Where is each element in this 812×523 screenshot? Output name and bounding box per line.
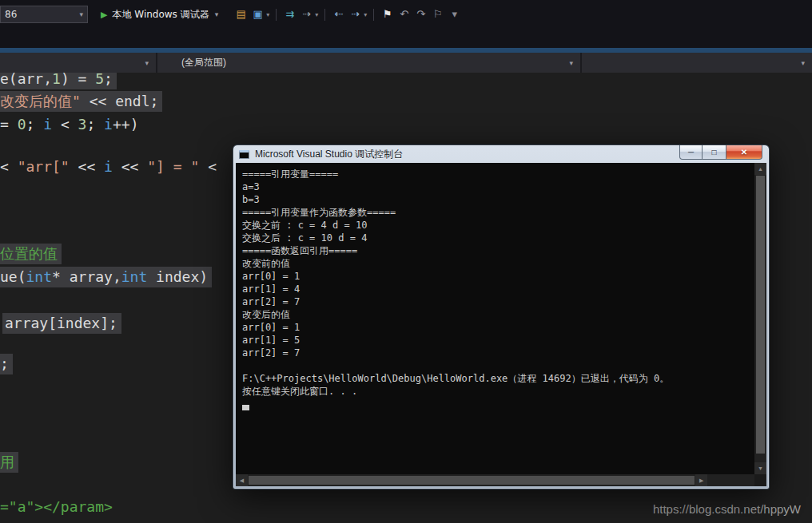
code-line: array[index];: [2, 313, 121, 334]
console-line: F:\C++Projects\HelloWorld\Debug\HelloWor…: [242, 372, 748, 385]
console-line: a=3: [242, 180, 748, 193]
bookmark-icon[interactable]: ⚑: [379, 6, 396, 22]
console-window-icon: [239, 150, 249, 159]
scroll-left-icon[interactable]: ◀: [236, 474, 248, 486]
run-to-cursor-icon[interactable]: ⇢: [298, 6, 315, 22]
scroll-up-icon[interactable]: ▲: [754, 163, 766, 175]
console-line: arr[1] = 5: [242, 334, 748, 347]
show-next-statement-icon[interactable]: ⇉: [281, 6, 298, 22]
debug-target-combo[interactable]: 86 ▾: [0, 6, 88, 23]
navigation-bar: ▾ (全局范围) ▾ ▾: [0, 53, 812, 73]
toolbar-options-icon[interactable]: ▾: [446, 6, 463, 22]
console-line: b=3: [242, 193, 748, 206]
console-line: =====函数返回引用=====: [242, 244, 748, 257]
code-line: = 0; i < 3; i++): [0, 114, 138, 134]
console-output: =====引用变量=====a=3b=3=====引用变量作为函数参数=====…: [236, 163, 754, 474]
code-line: ="a"></param>: [0, 497, 113, 517]
scope-dropdown-value: (全局范围): [181, 56, 226, 69]
close-button[interactable]: ✕: [726, 145, 762, 160]
console-line: arr[0] = 1: [242, 321, 748, 334]
code-line: ;: [0, 354, 13, 374]
types-dropdown[interactable]: ▾: [0, 53, 157, 73]
toolbar-row: 86 ▾ ▶ 本地 Windows 调试器 ▾ ▤▣▾⇉⇢▾⇠⇢▾⚑↶↷⚐▾: [0, 5, 812, 24]
console-window[interactable]: Microsoft Visual Studio 调试控制台 ─ □ ✕ ====…: [233, 145, 770, 489]
console-line: arr[2] = 7: [242, 347, 748, 359]
console-line: [242, 359, 748, 372]
navigate-forward-icon-dropdown[interactable]: ▾: [364, 11, 367, 18]
next-bookmark-icon[interactable]: ↷: [412, 6, 429, 22]
scroll-right-icon[interactable]: ▶: [695, 474, 707, 486]
navigate-back-icon[interactable]: ⇠: [330, 6, 347, 22]
previous-bookmark-icon[interactable]: ↶: [396, 6, 412, 22]
toolbar-separator: [373, 9, 374, 21]
start-debug-button[interactable]: ▶ 本地 Windows 调试器 ▾: [101, 8, 218, 22]
chevron-down-icon[interactable]: ▾: [79, 10, 83, 18]
console-line: 按任意键关闭此窗口. . .: [242, 385, 748, 398]
scrollbar-corner: [754, 474, 766, 486]
console-line: 交换之前 : c = 4 d = 10: [242, 219, 748, 232]
scope-dropdown[interactable]: (全局范围) ▾: [157, 53, 582, 73]
toolbar: 86 ▾ ▶ 本地 Windows 调试器 ▾ ▤▣▾⇉⇢▾⇠⇢▾⚑↶↷⚐▾: [0, 0, 812, 48]
console-line: 交换之后 : c = 10 d = 4: [242, 232, 748, 244]
console-line: 改变后的值: [242, 308, 748, 321]
console-line: arr[2] = 7: [242, 295, 748, 308]
console-title: Microsoft Visual Studio 调试控制台: [255, 148, 403, 161]
vertical-scroll-thumb[interactable]: [756, 176, 765, 454]
code-line: < "arr[" << i << "] = " <: [0, 157, 217, 176]
chevron-down-icon[interactable]: ▾: [569, 59, 573, 67]
console-line: arr[1] = 4: [242, 283, 748, 295]
run-to-cursor-icon-dropdown[interactable]: ▾: [315, 11, 318, 18]
chevron-down-icon[interactable]: ▾: [145, 59, 149, 67]
console-line: =====引用变量=====: [242, 168, 748, 180]
maximize-button[interactable]: □: [703, 145, 726, 160]
console-line: arr[0] = 1: [242, 270, 748, 283]
code-line: ue(int* array,int index): [0, 267, 212, 287]
start-debug-label: 本地 Windows 调试器: [112, 8, 209, 22]
console-titlebar[interactable]: Microsoft Visual Studio 调试控制台 ─ □ ✕: [233, 145, 769, 163]
console-line: =====引用变量作为函数参数=====: [242, 206, 748, 219]
code-line: 位置的值: [0, 244, 62, 264]
window-controls: ─ □ ✕: [679, 145, 762, 160]
toolbar-separator: [276, 9, 277, 21]
console-horizontal-scrollbar[interactable]: ◀ ▶: [236, 474, 754, 486]
toolbar-icons: ▤▣▾⇉⇢▾⇠⇢▾⚑↶↷⚐▾: [233, 6, 463, 22]
chevron-down-icon[interactable]: ▾: [801, 59, 805, 67]
horizontal-scroll-thumb[interactable]: [249, 476, 695, 485]
navigate-forward-icon[interactable]: ⇢: [347, 6, 364, 22]
code-line: 用: [0, 452, 18, 473]
console-body: =====引用变量=====a=3b=3=====引用变量作为函数参数=====…: [236, 163, 766, 486]
play-icon: ▶: [101, 10, 107, 20]
minimize-button[interactable]: ─: [679, 145, 703, 160]
scroll-down-icon[interactable]: ▼: [754, 462, 766, 474]
debug-target-value: 86: [5, 9, 17, 20]
members-dropdown[interactable]: ▾: [582, 53, 812, 73]
console-vertical-scrollbar[interactable]: ▲ ▼: [754, 163, 766, 474]
console-cursor: [242, 405, 249, 410]
breakpoint-window-icon-dropdown[interactable]: ▾: [266, 11, 269, 18]
output-window-icon[interactable]: ▤: [233, 6, 249, 22]
chevron-down-icon[interactable]: ▾: [215, 10, 219, 18]
code-line: 改变后的值" << endl;: [0, 91, 162, 112]
toolbar-separator: [324, 9, 325, 21]
breakpoint-window-icon[interactable]: ▣: [249, 6, 266, 22]
clear-bookmarks-icon[interactable]: ⚐: [429, 6, 446, 22]
console-line: 改变前的值: [242, 257, 748, 270]
watermark: https://blog.csdn.net/hppyW: [653, 502, 801, 516]
